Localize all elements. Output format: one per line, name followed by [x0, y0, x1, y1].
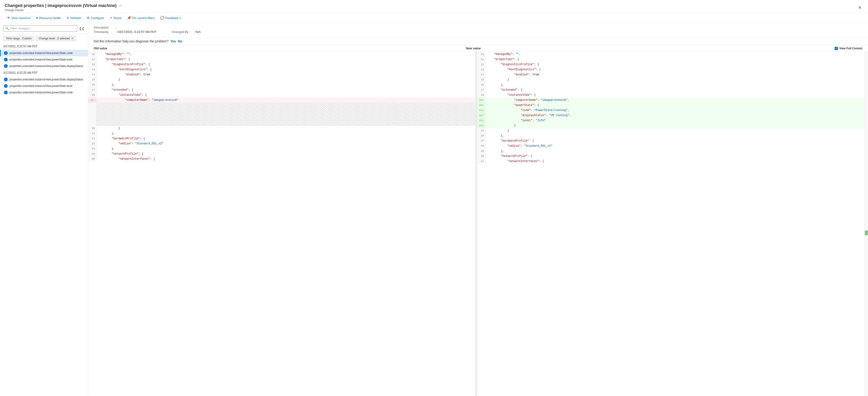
view-full-context-toggle[interactable]: ✓ View Full Context	[835, 47, 862, 50]
diff-line: 20+ "powerState": {	[477, 103, 864, 108]
title-text: Changed properties | imageprocessvm (Vir…	[5, 3, 117, 8]
line-number: 13	[477, 67, 486, 72]
diff-line	[88, 107, 475, 112]
line-content: "networkInterfaces": [	[486, 159, 864, 164]
configure-button[interactable]: ⚙ Configure	[84, 15, 106, 21]
line-content: "instanceView": {	[96, 93, 475, 98]
line-content: "level": "Info"	[486, 118, 864, 123]
title-ellipsis[interactable]: ···	[119, 4, 122, 8]
change-item[interactable]: i properties.extended.instanceView.power…	[0, 50, 88, 56]
line-number: 10	[477, 52, 486, 57]
line-number: 28	[477, 143, 486, 148]
timestamp-row: Timestamp : 03/17/2021, 6:22:57 AM PDT C…	[94, 30, 862, 34]
changed-by-label: Changed By	[172, 30, 193, 34]
line-number: 12	[88, 62, 96, 67]
change-level-clear-button[interactable]: ✕	[71, 37, 73, 40]
description-row: Description :	[94, 26, 862, 29]
line-content: "extended": {	[96, 87, 475, 93]
line-number: 17	[88, 87, 96, 93]
title-bar-left: Changed properties | imageprocessvm (Vir…	[5, 3, 122, 12]
refresh-button[interactable]: ↻ Refresh	[64, 15, 84, 21]
diff-line: 24 },	[88, 146, 475, 151]
filter-input[interactable]: 🔍 Filter changes...	[3, 25, 77, 32]
left-panel-header: 🔍 Filter changes... ❮❮	[0, 23, 88, 34]
line-number: 31	[477, 159, 486, 164]
line-number: 27	[477, 138, 486, 143]
line-number: 16	[88, 82, 96, 87]
diff-line: 19− "computerName": "imageprocessvm"	[88, 98, 475, 103]
line-content: "hardwareProfile": {	[486, 138, 864, 143]
close-button[interactable]: ✕	[856, 4, 863, 11]
line-content: "enabled": true	[96, 72, 475, 77]
change-item[interactable]: i properties.extended.instanceView.power…	[0, 76, 88, 83]
diff-line: 15 }	[477, 77, 864, 82]
diff-line: 22 "hardwareProfile": {	[88, 136, 475, 141]
line-number: 11	[88, 57, 96, 62]
configure-label: Configure	[91, 16, 104, 20]
line-content: "bootDiagnostics": {	[96, 67, 475, 72]
line-number: 24+	[477, 123, 486, 128]
filter-placeholder: Filter changes...	[10, 27, 32, 30]
line-content: }	[486, 128, 864, 133]
view-resource-label: View resource	[11, 16, 30, 20]
line-number: 20	[88, 126, 96, 131]
diff-line: 23 "vmSize": "Standard_DS1_v2"	[88, 141, 475, 146]
diff-line: 21+ "code": "PowerState/running",	[477, 108, 864, 113]
view-full-context-checkbox[interactable]: ✓	[835, 47, 838, 50]
new-value-pane[interactable]: 10 "managedBy": "",11 "properties": {12 …	[477, 52, 864, 396]
diff-area: 10 "managedBy": "",11 "properties": {12 …	[88, 52, 868, 396]
change-level-filter-tag[interactable]: Change level : 2 selected ✕	[36, 36, 76, 41]
line-content: "powerState": {	[486, 103, 864, 108]
line-number: 15	[477, 77, 486, 82]
diff-line: 12 "diagnosticsProfile": {	[88, 62, 475, 67]
collapse-panel-button[interactable]: ❮❮	[79, 27, 85, 30]
feedback-button[interactable]: 💬 Feedback ▾	[158, 15, 183, 21]
line-number: 23+	[477, 118, 486, 123]
diagnose-no-button[interactable]: No	[178, 39, 182, 43]
diff-line: 30 "networkProfile": {	[477, 154, 864, 159]
line-content: "computerName": "imageprocessvm",	[486, 98, 864, 103]
change-item-text: properties.extended.instanceView.powerSt…	[9, 58, 72, 61]
main-layout: 🔍 Filter changes... ❮❮ Time range : Cust…	[0, 23, 868, 396]
line-number: 16	[477, 82, 486, 87]
change-item-text: properties.extended.instanceView.powerSt…	[9, 52, 73, 55]
share-button[interactable]: ↗ Share	[107, 15, 124, 21]
line-content: "networkProfile": {	[96, 151, 475, 156]
line-content: },	[486, 82, 864, 87]
line-content: "instanceView": {	[486, 93, 864, 98]
line-number: 25	[88, 151, 96, 156]
change-item[interactable]: i properties.extended.instanceView.power…	[0, 63, 88, 69]
line-content: "vmSize": "Standard_DS1_v2"	[486, 143, 864, 148]
diff-line: 22+ "displayStatus": "VM running",	[477, 113, 864, 118]
change-group-date-2: 3/17/2021, 6:22:25 AM PDT	[0, 69, 88, 76]
line-content: "enabled": true	[486, 72, 864, 77]
change-item[interactable]: i properties.extended.instanceView.power…	[0, 56, 88, 63]
change-item[interactable]: i properties.extended.instanceView.power…	[0, 89, 88, 96]
time-range-filter-tag[interactable]: Time range : Custom	[3, 36, 34, 41]
line-content: "networkProfile": {	[486, 154, 864, 159]
line-content: "diagnosticsProfile": {	[486, 62, 864, 67]
pin-current-filters-button[interactable]: 📌 Pin current filters	[125, 15, 157, 21]
diff-line: 25 }	[477, 128, 864, 133]
line-content: "vmSize": "Standard_DS1_v2"	[96, 141, 475, 146]
diff-line: 21 },	[88, 131, 475, 136]
view-resource-button[interactable]: 👁 View resource	[5, 15, 33, 21]
line-number: 26	[88, 156, 96, 162]
line-content: }	[96, 126, 475, 131]
line-content: }	[486, 123, 864, 128]
diff-pane-divider	[475, 52, 477, 396]
line-number: 14	[477, 72, 486, 77]
share-label: Share	[113, 16, 122, 20]
info-icon: i	[4, 58, 8, 61]
diagnose-question: Did this information help you diagnose t…	[94, 39, 168, 43]
resource-health-button[interactable]: ♥ Resource health	[34, 15, 63, 21]
diff-line: 26 "networkInterfaces": [	[88, 156, 475, 162]
old-value-pane[interactable]: 10 "managedBy": "",11 "properties": {12 …	[88, 52, 475, 396]
change-item[interactable]: i properties.extended.instanceView.power…	[0, 83, 88, 89]
diff-line: 18 "instanceView": {	[477, 93, 864, 98]
line-content: "extended": {	[486, 87, 864, 93]
line-number: 21+	[477, 108, 486, 113]
eye-icon: 👁	[7, 16, 10, 20]
line-number: 11	[477, 57, 486, 62]
diagnose-yes-button[interactable]: Yes	[170, 39, 176, 43]
